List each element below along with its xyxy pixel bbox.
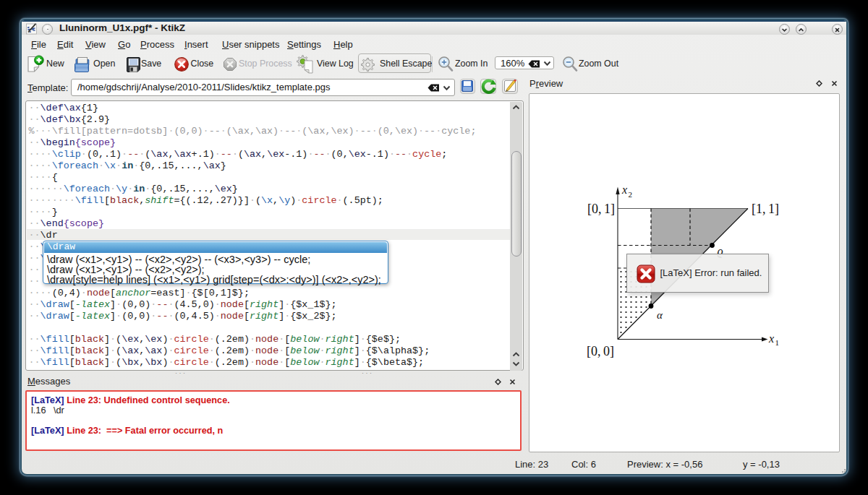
svg-text:α: α	[657, 309, 663, 321]
svg-text:x: x	[621, 184, 627, 196]
svg-text:[0, 0]: [0, 0]	[587, 344, 614, 358]
svg-text:x: x	[768, 332, 774, 345]
svg-text:[1, 1]: [1, 1]	[752, 202, 779, 216]
svg-text:[0, 1]: [0, 1]	[587, 202, 615, 216]
svg-text:1: 1	[775, 338, 780, 347]
svg-text:2: 2	[629, 190, 633, 199]
